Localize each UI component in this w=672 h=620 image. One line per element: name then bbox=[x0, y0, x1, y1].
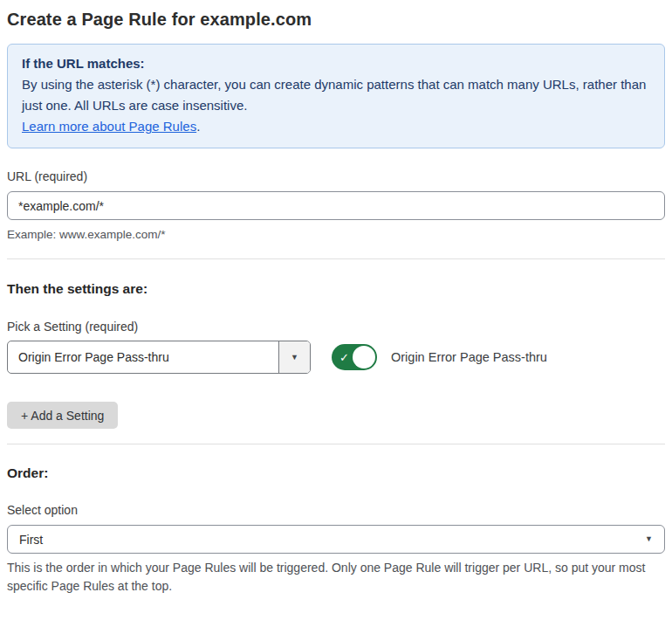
chevron-down-icon: ▼ bbox=[645, 535, 653, 543]
check-icon: ✓ bbox=[339, 351, 349, 364]
add-setting-button[interactable]: + Add a Setting bbox=[7, 402, 118, 429]
setting-dropdown[interactable]: Origin Error Page Pass-thru ▼ bbox=[7, 341, 311, 374]
order-section-heading: Order: bbox=[7, 465, 665, 482]
divider bbox=[7, 444, 665, 444]
learn-more-link[interactable]: Learn more about Page Rules bbox=[22, 119, 196, 134]
toggle-knob bbox=[353, 346, 375, 369]
setting-row: Origin Error Page Pass-thru ▼ ✓ Origin E… bbox=[7, 341, 665, 374]
info-box-link-line: Learn more about Page Rules. bbox=[22, 116, 650, 137]
page-rule-form: Create a Page Rule for example.com If th… bbox=[0, 0, 672, 620]
pick-setting-label: Pick a Setting (required) bbox=[7, 319, 665, 334]
url-input[interactable] bbox=[7, 191, 665, 220]
info-box-body: By using the asterisk (*) character, you… bbox=[22, 74, 650, 116]
setting-dropdown-value: Origin Error Page Pass-thru bbox=[8, 341, 278, 373]
url-label: URL (required) bbox=[7, 169, 665, 184]
page-title: Create a Page Rule for example.com bbox=[7, 7, 665, 31]
order-helper-text: This is the order in which your Page Rul… bbox=[7, 559, 665, 596]
info-box-heading: If the URL matches: bbox=[22, 53, 650, 74]
order-select-value: First bbox=[19, 533, 43, 547]
divider bbox=[7, 258, 665, 259]
link-period: . bbox=[196, 119, 200, 134]
url-helper-text: Example: www.example.com/* bbox=[7, 226, 665, 244]
url-match-info-box: If the URL matches: By using the asteris… bbox=[7, 44, 665, 148]
setting-dropdown-arrow-button[interactable]: ▼ bbox=[278, 341, 310, 373]
setting-toggle[interactable]: ✓ bbox=[332, 344, 377, 370]
order-select[interactable]: First ▼ bbox=[7, 525, 665, 554]
select-option-label: Select option bbox=[7, 502, 665, 518]
chevron-down-icon: ▼ bbox=[291, 354, 298, 362]
settings-section-heading: Then the settings are: bbox=[7, 280, 665, 298]
setting-toggle-label: Origin Error Page Pass-thru bbox=[391, 350, 547, 364]
